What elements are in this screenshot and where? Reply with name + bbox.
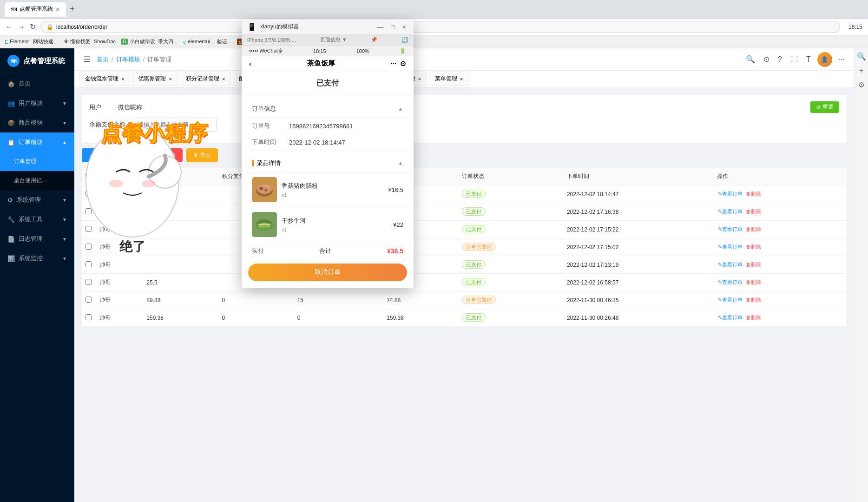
view-order-btn[interactable]: ✎查看订单	[717, 191, 743, 198]
cell-actions: ✎查看订单 🗑删除	[713, 185, 847, 203]
row-checkbox[interactable]	[85, 191, 92, 197]
dish-2-qty: x1	[282, 227, 388, 232]
breadcrumb-orders[interactable]: 订单模块	[116, 55, 140, 64]
cell-actions: ✎查看订单 🗑删除	[713, 221, 847, 238]
browser-tab[interactable]: 🍽 点餐管理系统 ×	[5, 2, 66, 17]
cell-time: 2022-11-30 00:26:48	[563, 309, 713, 327]
bookmark-baida[interactable]: G 小白做毕设: 带大四...	[121, 38, 178, 45]
view-order-btn[interactable]: ✎查看订单	[717, 279, 743, 286]
row-checkbox[interactable]	[85, 208, 92, 214]
menu-toggle-icon[interactable]: ☰	[82, 53, 92, 66]
bookmark-elementui[interactable]: e elementui----验证...	[183, 38, 231, 45]
row-checkbox[interactable]	[85, 244, 92, 250]
row-checkbox[interactable]	[85, 226, 92, 232]
breadcrumb-home[interactable]: 首页	[97, 55, 109, 64]
total-label: 实付	[252, 247, 264, 255]
sidebar-item-home[interactable]: 🏠 首页	[0, 74, 74, 93]
view-order-btn[interactable]: ✎查看订单	[717, 208, 743, 215]
row-delete-btn[interactable]: 🗑删除	[745, 226, 762, 233]
sidebar-item-logs[interactable]: 📄 日志管理 ▼	[0, 229, 74, 249]
dish-item-2: 干炒牛河 x1 ¥22	[245, 207, 410, 242]
view-order-btn[interactable]: ✎查看订单	[717, 314, 743, 321]
row-delete-btn[interactable]: 🗑删除	[745, 244, 762, 251]
reload-btn[interactable]: ↻	[30, 22, 36, 31]
view-order-btn[interactable]: ✎查看订单	[717, 244, 743, 251]
row-delete-btn[interactable]: 🗑删除	[745, 261, 762, 268]
phone-maximize-btn[interactable]: □	[389, 23, 396, 31]
edit-button[interactable]: ✎ 修改	[115, 148, 146, 162]
view-order-btn[interactable]: ✎查看订单	[717, 261, 743, 268]
dish-collapse-icon[interactable]: ▲	[398, 160, 403, 166]
new-button[interactable]: + 新增	[82, 148, 111, 162]
tab-dict-close[interactable]: ×	[418, 76, 421, 82]
sidebar-item-tools[interactable]: 🔧 系统工具 ▼	[0, 210, 74, 229]
cell-actions: ✎查看订单 🗑删除	[713, 203, 847, 221]
bookmark-showdoc[interactable]: 👁 懂你找图--ShowDoc	[64, 38, 116, 45]
phone-minimize-btn[interactable]: —	[375, 23, 385, 31]
sidebar-item-products[interactable]: 📦 商品模块 ▼	[0, 113, 74, 132]
row-checkbox[interactable]	[85, 261, 92, 267]
svg-point-8	[264, 189, 267, 192]
right-search-icon[interactable]: 🔍	[857, 52, 866, 61]
browser-time: 18:15	[848, 24, 862, 30]
dish-1-qty: x1	[282, 192, 383, 198]
tab-points-close[interactable]: ×	[222, 76, 225, 82]
export-button[interactable]: ⬆ 导出	[186, 148, 218, 162]
row-delete-btn[interactable]: 🗑删除	[745, 314, 762, 321]
filter-row-2: 余额支付金额	[89, 118, 839, 132]
row-checkbox[interactable]	[85, 279, 92, 285]
cell-actions: ✎查看订单 🗑删除	[713, 274, 847, 291]
table-row: 帅哥 89.88 0 15 74.88 订单已取消 2022-11-30 00:…	[82, 291, 847, 309]
tab-coupon-close[interactable]: ×	[169, 76, 171, 82]
tab-coupon[interactable]: 优惠券管理 ×	[132, 72, 178, 86]
right-settings-icon[interactable]: ⚙	[858, 80, 865, 89]
more-icon[interactable]: ···	[837, 53, 847, 66]
sidebar-item-table-records[interactable]: 桌台使用记...	[0, 171, 74, 190]
tab-points[interactable]: 积分记录管理 ×	[180, 72, 231, 86]
address-bar[interactable]: 🔒 localhost/order/order	[40, 21, 840, 33]
reset-button[interactable]: ↺ 重置	[810, 101, 839, 113]
help-icon[interactable]: ?	[776, 53, 784, 66]
select-all-checkbox[interactable]	[85, 173, 92, 179]
view-order-btn[interactable]: ✎查看订单	[717, 226, 743, 233]
delete-label: 删除	[164, 152, 176, 159]
sidebar-item-monitor[interactable]: 📊 系统监控 ▼	[0, 249, 74, 268]
github-icon[interactable]: ⊙	[762, 53, 771, 66]
sidebar-item-home-label: 首页	[19, 79, 31, 88]
row-delete-btn[interactable]: 🗑删除	[745, 191, 762, 198]
bookmark-element[interactable]: E Element - 网站快速...	[5, 38, 58, 45]
camera-icon[interactable]: ⊙	[400, 59, 406, 68]
row-delete-btn[interactable]: 🗑删除	[745, 279, 762, 286]
back-btn[interactable]: ←	[6, 23, 13, 31]
more-dots-icon[interactable]: ···	[390, 59, 396, 67]
tab-money-flow[interactable]: 金钱流水管理 ×	[79, 72, 130, 86]
search-icon[interactable]: 🔍	[744, 53, 757, 66]
tab-close-btn[interactable]: ×	[56, 6, 59, 13]
cell-coupon: 0	[294, 309, 383, 327]
row-checkbox[interactable]	[85, 314, 92, 320]
sidebar-item-system[interactable]: ⚙ 系统管理 ▼	[0, 190, 74, 210]
forward-btn[interactable]: →	[18, 23, 25, 31]
fullscreen-icon[interactable]: ⛶	[789, 53, 800, 66]
tab-menu-close[interactable]: ×	[460, 76, 463, 82]
phone-close-btn[interactable]: ×	[401, 23, 408, 31]
sidebar-item-users[interactable]: 👥 用户模块 ▼	[0, 93, 74, 113]
row-delete-btn[interactable]: 🗑删除	[745, 297, 762, 304]
cancel-order-button[interactable]: 取消订单	[248, 264, 407, 281]
tab-money-flow-close[interactable]: ×	[121, 76, 124, 82]
balance-filter-input[interactable]	[133, 118, 217, 132]
delete-button[interactable]: 🗑 删除	[150, 148, 183, 162]
new-tab-btn[interactable]: +	[70, 4, 75, 14]
view-order-btn[interactable]: ✎查看订单	[717, 297, 743, 304]
row-delete-btn[interactable]: 🗑删除	[745, 208, 762, 215]
phone-time: 18:15	[313, 48, 326, 54]
row-checkbox[interactable]	[85, 297, 92, 303]
sidebar-item-orders[interactable]: 📋 订单模块 ▲	[0, 132, 74, 152]
sidebar-item-order-manage[interactable]: 订单管理	[0, 152, 74, 171]
collapse-icon[interactable]: ▲	[398, 106, 403, 112]
avatar[interactable]: 👤	[817, 52, 832, 67]
font-icon[interactable]: T	[804, 53, 813, 66]
tab-menu[interactable]: 菜单管理 ×	[429, 72, 469, 86]
right-add-icon[interactable]: +	[859, 66, 863, 75]
phone-page-info[interactable]: 页面信息 ▼	[320, 36, 347, 43]
